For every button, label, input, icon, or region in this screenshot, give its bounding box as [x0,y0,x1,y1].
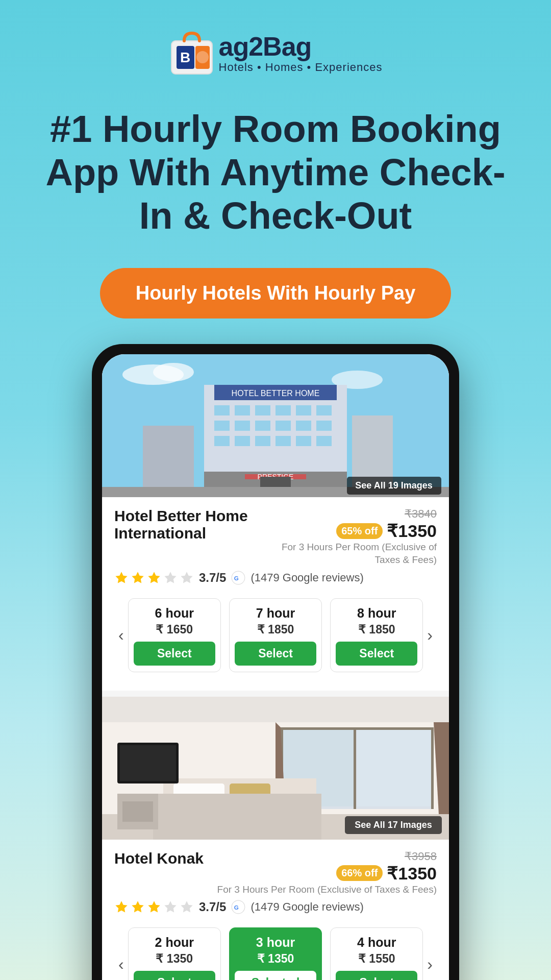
slot-price-1-1: ₹ 1850 [235,623,316,636]
slot-hours-2-0: 2 hour [134,935,215,950]
svg-marker-43 [181,572,192,583]
hour-slot-2-2: 4 hour ₹ 1550 Select [330,927,423,980]
rating-score-2: 3.7/5 [199,900,226,914]
next-arrow-1[interactable]: › [423,626,437,645]
hero-title: #1 Hourly Room Booking App With Anytime … [31,107,520,237]
logo-container: B ag2Bag Hotels • Homes • Experiences [169,31,383,77]
svg-marker-40 [132,572,143,583]
select-btn-2-2[interactable]: Select [336,971,417,980]
select-btn-1-1[interactable]: Select [235,642,316,666]
phone-screen: HOTEL BETTER HOME [102,354,449,980]
star-3 [147,571,161,585]
hotel-info-2: Hotel Konak ₹3958 66% off ₹1350 For 3 Ho… [102,840,449,980]
star-2 [131,571,145,585]
select-btn-1-0[interactable]: Select [134,642,215,666]
hotel-image-1: HOTEL BETTER HOME [102,354,449,497]
stars-2 [114,900,194,914]
svg-rect-55 [354,727,356,809]
hotel-name-row-1: Hotel Better Home International ₹3840 65… [114,507,437,566]
svg-marker-68 [115,901,127,913]
svg-rect-54 [431,727,434,809]
hour-slots-wrapper-2: ‹ 2 hour ₹ 1350 Select 3 hour ₹ 1350 Sel… [114,922,437,980]
select-btn-1-2[interactable]: Select [336,642,417,666]
svg-rect-23 [276,421,291,431]
phone-wrapper: HOTEL BETTER HOME [0,344,551,980]
stars-1 [114,571,194,585]
hour-slots-wrapper-1: ‹ 6 hour ₹ 1650 Select 7 hour ₹ 1850 Sel… [114,593,437,682]
svg-rect-20 [214,421,230,431]
price-row-1: 65% off ₹1350 [279,521,437,541]
google-icon-1: G [231,571,245,585]
hour-slot-1-1: 7 hour ₹ 1850 Select [229,598,322,672]
hotel-info-1: Hotel Better Home International ₹3840 65… [102,497,449,690]
svg-rect-28 [255,436,270,446]
slot-hours-2-1: 3 hour [235,935,316,950]
slot-hours-1-0: 6 hour [134,606,215,621]
hotel-room-svg-2: See All 17 Images [102,697,449,840]
svg-text:HOTEL BETTER HOME: HOTEL BETTER HOME [232,389,320,398]
price-block-2: ₹3958 66% off ₹1350 For 3 Hours Per Room… [217,850,437,896]
hotel-card-1: HOTEL BETTER HOME [102,354,449,690]
svg-rect-14 [214,405,230,415]
slot-hours-1-1: 7 hour [235,606,316,621]
select-btn-2-0[interactable]: Select [134,971,215,980]
svg-rect-17 [276,405,291,415]
next-arrow-2[interactable]: › [423,955,437,974]
svg-rect-31 [316,436,332,446]
select-btn-2-1[interactable]: Selected [235,971,316,980]
hotel-name-1: Hotel Better Home International [114,507,279,542]
star-2-3 [147,900,161,914]
google-icon-2: G [231,900,245,914]
svg-rect-26 [214,436,230,446]
svg-text:B: B [180,50,190,65]
star-2-2 [131,900,145,914]
svg-rect-19 [316,405,332,415]
review-count-2: (1479 Google reviews) [251,900,363,914]
hotel-name-2: Hotel Konak [114,850,204,867]
slot-price-1-0: ₹ 1650 [134,623,215,636]
svg-text:See All 17 Images: See All 17 Images [355,820,432,830]
svg-marker-41 [148,572,160,583]
prev-arrow-1[interactable]: ‹ [114,626,128,645]
slot-price-2-2: ₹ 1550 [336,952,417,966]
star-4 [163,571,178,585]
svg-rect-27 [235,436,250,446]
svg-rect-30 [296,436,311,446]
svg-rect-52 [281,727,434,730]
svg-rect-18 [296,405,311,415]
hour-slot-2-0: 2 hour ₹ 1350 Select [128,927,221,980]
svg-marker-71 [164,901,176,913]
hour-slot-1-2: 8 hour ₹ 1850 Select [330,598,423,672]
price-note-1: For 3 Hours Per Room (Exclusive of Taxes… [279,541,437,566]
svg-rect-15 [235,405,250,415]
star-2-1 [114,900,129,914]
svg-rect-65 [120,745,176,781]
cta-button[interactable]: Hourly Hotels With Hourly Pay [100,268,452,318]
rating-row-2: 3.7/5 G (1479 Google reviews) [114,900,437,914]
price-block-1: ₹3840 65% off ₹1350 For 3 Hours Per Room… [279,507,437,566]
svg-rect-63 [122,801,153,822]
phone-frame: HOTEL BETTER HOME [92,344,459,980]
hotel-image-2: See All 17 Images [102,697,449,840]
svg-marker-72 [181,901,192,913]
prev-arrow-2[interactable]: ‹ [114,955,128,974]
hour-slot-2-1: 3 hour ₹ 1350 Selected [229,927,322,980]
slot-hours-1-2: 8 hour [336,606,417,621]
logo-title: ag2Bag [219,33,312,60]
price-row-2: 66% off ₹1350 [217,863,437,884]
svg-rect-29 [276,436,291,446]
price-note-2: For 3 Hours Per Room (Exclusive of Taxes… [217,884,437,896]
slot-price-2-0: ₹ 1350 [134,952,215,966]
hotel-building-svg-1: HOTEL BETTER HOME [102,354,449,497]
original-price-1: ₹3840 [279,507,437,521]
logo-subtitle: Hotels • Homes • Experiences [219,61,383,74]
original-price-2: ₹3958 [217,850,437,863]
svg-text:G: G [234,904,239,911]
svg-rect-9 [143,426,194,497]
hour-slots-1: 6 hour ₹ 1650 Select 7 hour ₹ 1850 Selec… [128,598,423,672]
svg-rect-47 [102,697,449,722]
hotel-name-row-2: Hotel Konak ₹3958 66% off ₹1350 For 3 Ho… [114,850,437,896]
svg-marker-42 [164,572,176,583]
hero-section: #1 Hourly Room Booking App With Anytime … [0,92,551,248]
discount-badge-2: 66% off [336,865,383,881]
